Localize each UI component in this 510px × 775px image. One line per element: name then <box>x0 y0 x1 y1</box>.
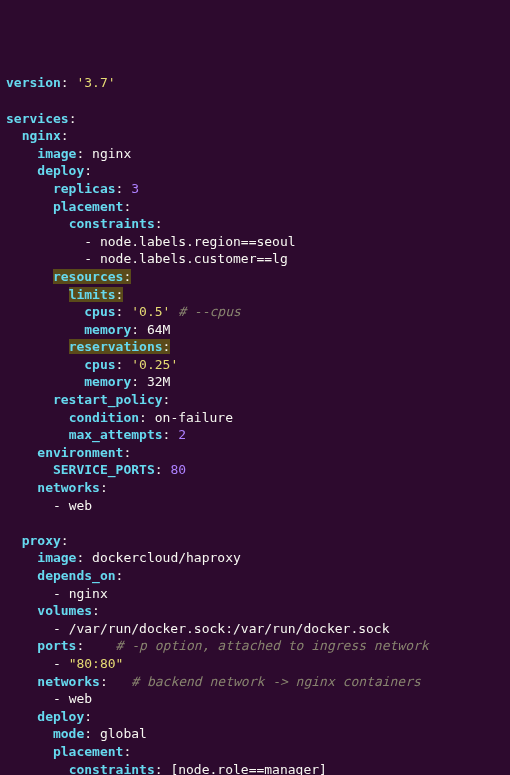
line-nginx: nginx: <box>6 127 504 145</box>
line-services: services: <box>6 110 504 128</box>
line-resources: resources: <box>6 268 504 286</box>
line-proxy: proxy: <box>6 532 504 550</box>
yaml-code-block: version: '3.7' services: nginx: image: n… <box>6 74 504 775</box>
line-version: version: '3.7' <box>6 74 504 92</box>
